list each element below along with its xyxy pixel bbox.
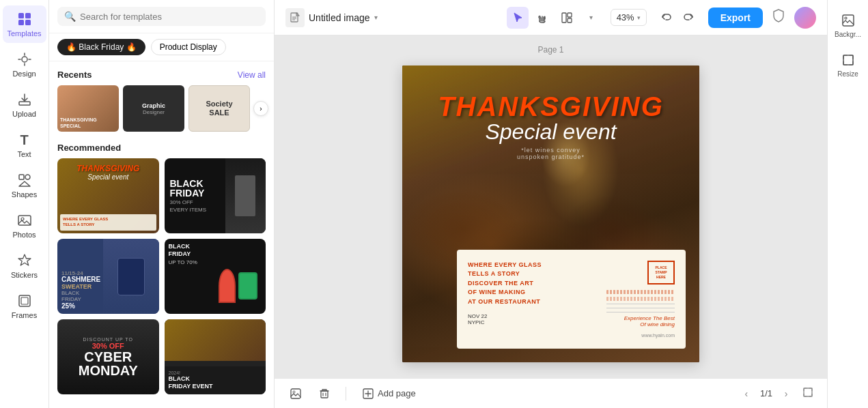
sidebar-item-stickers[interactable]: Stickers: [3, 247, 46, 285]
undo-redo-controls: [655, 7, 700, 29]
sidebar-item-templates-label: Templates: [7, 29, 41, 38]
svg-rect-9: [19, 102, 30, 105]
svg-rect-10: [19, 175, 24, 179]
canvas-main-title: THANKSGIVING: [402, 93, 699, 120]
background-icon: [840, 12, 856, 29]
sidebar-item-text[interactable]: T Text: [3, 126, 46, 164]
export-button[interactable]: Export: [708, 8, 763, 28]
next-page-button[interactable]: ›: [778, 385, 794, 402]
layout-chevron-button[interactable]: ▾: [580, 7, 602, 29]
recent-thumb-1[interactable]: Thanksgiving Special: [57, 85, 119, 132]
sidebar-item-photos-label: Photos: [12, 231, 36, 239]
postcard-overlay[interactable]: WHERE EVERY GLASS TELLS A STORY DISCOVER…: [457, 250, 686, 349]
svg-marker-12: [19, 181, 30, 186]
page-navigation: ‹ 1/1 ›: [738, 385, 816, 402]
svg-rect-0: [18, 13, 24, 18]
background-panel-button[interactable]: Backgr...: [830, 8, 866, 42]
svg-rect-2: [18, 20, 24, 25]
postcard-right: PLACESTAMPHERE Exp: [606, 261, 675, 338]
rec-thumb-blackfriday1[interactable]: BLACK FRIDAY 30% OFF EVERY ITEMS: [165, 158, 266, 233]
recents-title: Recents: [57, 70, 92, 80]
search-input-wrap[interactable]: 🔍: [57, 7, 266, 26]
sidebar-item-frames[interactable]: Frames: [3, 287, 46, 325]
canvas-small-text: *let wines conveyunspoken gratitude*: [402, 147, 699, 160]
sidebar-item-text-label: Text: [17, 150, 31, 158]
svg-rect-1: [25, 13, 31, 18]
postcard-tagline: WHERE EVERY GLASS TELLS A STORY DISCOVER…: [468, 261, 598, 307]
sidebar-item-design[interactable]: Design: [3, 46, 46, 83]
text-icon: T: [16, 132, 33, 148]
zoom-chevron-icon: ▾: [637, 14, 641, 21]
svg-rect-16: [21, 297, 28, 304]
prev-page-button[interactable]: ‹: [738, 385, 755, 402]
zoom-control[interactable]: 43% ▾: [611, 9, 647, 26]
canvas-background: THANKSGIVING Special event *let wines co…: [402, 65, 699, 362]
rec-thumb-cyber[interactable]: DISCOUNT UP TO 30% OFF CYBERMONDAY: [57, 319, 159, 394]
add-page-label: Add page: [378, 388, 416, 398]
sidebar-item-templates[interactable]: Templates: [3, 5, 46, 43]
postcard-date: NOV 22 NYPIC: [468, 313, 598, 325]
rec-thumb-blackfriday3[interactable]: 2024! BLACKFRIDAY EVENT: [165, 319, 266, 394]
svg-rect-3: [25, 20, 31, 25]
search-icon: 🔍: [64, 11, 76, 22]
layout-tool-button[interactable]: [556, 7, 578, 29]
expand-button[interactable]: [800, 385, 816, 402]
svg-point-11: [25, 175, 30, 179]
sidebar-item-upload[interactable]: Upload: [3, 86, 46, 123]
recents-section-header: Recents View all: [57, 70, 266, 80]
resize-panel-label: Resize: [837, 70, 858, 78]
canvas-sub-title: Special event: [402, 120, 699, 144]
top-toolbar: Untitled image ▾: [275, 0, 827, 35]
redo-button[interactable]: [678, 7, 700, 29]
search-bar: 🔍: [49, 0, 274, 33]
frames-icon: [16, 293, 33, 309]
background-panel-label: Backgr...: [835, 31, 861, 38]
svg-point-34: [845, 17, 847, 19]
templates-content: Recents View all Thanksgiving Special Gr…: [49, 61, 274, 408]
icon-sidebar: Templates Design Upload T Text: [0, 0, 49, 408]
recent-thumb-3[interactable]: SocietySALE: [188, 85, 250, 132]
doc-chevron-icon[interactable]: ▾: [374, 14, 378, 21]
sidebar-item-photos[interactable]: Photos: [3, 207, 46, 244]
shield-icon[interactable]: [771, 8, 786, 27]
canvas-text-area: THANKSGIVING Special event *let wines co…: [402, 93, 699, 160]
svg-rect-35: [843, 55, 853, 65]
resize-panel-button[interactable]: Resize: [830, 48, 866, 82]
filter-product-display[interactable]: Product Display: [151, 39, 226, 55]
svg-rect-33: [843, 15, 854, 26]
right-panel: Backgr... Resize: [827, 0, 868, 408]
rec-thumb-thanksgiving[interactable]: THANKSGIVING Special event WHERE EVERY G…: [57, 158, 159, 233]
templates-icon: [16, 11, 33, 27]
shapes-icon: [16, 172, 33, 188]
svg-point-25: [293, 391, 295, 393]
svg-point-14: [21, 218, 24, 220]
recent-thumb-2[interactable]: Graphic Designer: [123, 85, 184, 132]
search-input[interactable]: [80, 12, 259, 22]
canvas-area[interactable]: Page 1 THANKSGIVING Special event *let w…: [275, 35, 827, 378]
sidebar-item-frames-label: Frames: [12, 311, 37, 319]
page-indicator: 1/1: [760, 388, 772, 398]
recents-grid: Thanksgiving Special Graphic Designer So…: [57, 85, 266, 132]
select-tool-button[interactable]: [507, 7, 529, 29]
user-avatar[interactable]: [794, 7, 816, 29]
postcard-tagline-right: Experience The Best Of wine dining: [624, 315, 675, 327]
recents-next-arrow[interactable]: ›: [253, 101, 268, 116]
recommended-grid: THANKSGIVING Special event WHERE EVERY G…: [57, 158, 266, 394]
canvas-frame[interactable]: THANKSGIVING Special event *let wines co…: [402, 65, 699, 362]
view-all-recents[interactable]: View all: [238, 70, 266, 80]
resize-icon: [840, 52, 856, 68]
delete-button[interactable]: [314, 383, 335, 404]
rec-thumb-blackfriday2[interactable]: BLACKFRIDAY UP TO 70%: [165, 239, 266, 314]
sidebar-item-shapes[interactable]: Shapes: [3, 166, 46, 204]
filter-tags: 🔥 Black Friday 🔥 Product Display: [49, 33, 274, 61]
sidebar-item-shapes-label: Shapes: [12, 190, 37, 199]
undo-button[interactable]: [655, 7, 677, 29]
image-tool-button[interactable]: [285, 383, 306, 404]
add-page-button[interactable]: Add page: [357, 385, 421, 402]
rec-thumb-cashmere[interactable]: 11/15-24 CASHMERE SWEATER BLACK FRIDAY 2…: [57, 239, 159, 314]
recommended-title: Recommended: [57, 143, 121, 153]
doc-icon: [285, 8, 305, 27]
filter-black-friday[interactable]: 🔥 Black Friday 🔥: [57, 39, 145, 55]
hand-tool-button[interactable]: [531, 7, 553, 29]
divider-1: [346, 387, 346, 400]
